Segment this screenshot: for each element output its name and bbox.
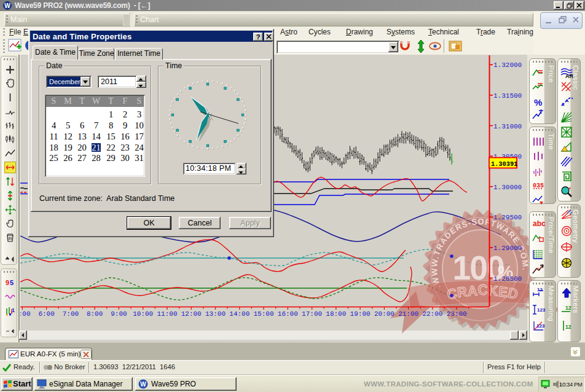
svg-text:10:00: 10:00	[133, 310, 153, 318]
svg-text:123: 123	[537, 307, 545, 313]
svg-text:6:00: 6:00	[38, 310, 54, 318]
svg-text:12: 12	[537, 287, 543, 292]
svg-text:21:00: 21:00	[398, 310, 418, 318]
svg-text:1.28500: 1.28500	[493, 275, 522, 283]
svg-text:1.29500: 1.29500	[493, 214, 522, 221]
svg-text:123: 123	[536, 323, 545, 329]
svg-text:16:00: 16:00	[278, 310, 298, 318]
svg-text:15:00: 15:00	[253, 310, 273, 318]
svg-text:1.32000: 1.32000	[493, 61, 522, 69]
svg-text:%: %	[534, 97, 542, 108]
svg-text:23:00: 23:00	[447, 310, 467, 318]
svg-text:22:00: 22:00	[422, 310, 442, 318]
svg-text:12:00: 12:00	[181, 310, 202, 318]
svg-text:13:00: 13:00	[205, 310, 226, 318]
svg-text:14:00: 14:00	[229, 310, 249, 318]
svg-text:17:00: 17:00	[302, 310, 322, 318]
svg-text:18:00: 18:00	[326, 310, 346, 318]
svg-text:5:00: 5:00	[14, 310, 30, 318]
svg-text:1.29000: 1.29000	[493, 245, 522, 252]
svg-text:1.30391: 1.30391	[491, 160, 517, 168]
svg-text:12: 12	[565, 305, 571, 311]
svg-text:7:00: 7:00	[63, 310, 79, 318]
svg-text:11:00: 11:00	[157, 310, 177, 318]
svg-text:20:00: 20:00	[374, 310, 395, 318]
svg-text:1.30000: 1.30000	[493, 184, 522, 191]
svg-text:abc: abc	[533, 219, 545, 228]
svg-text:AR: AR	[565, 73, 573, 79]
svg-text:1.31000: 1.31000	[493, 123, 522, 130]
svg-text:12: 12	[565, 324, 571, 330]
svg-text:1.31500: 1.31500	[493, 92, 522, 100]
svg-text:8:00: 8:00	[87, 310, 103, 318]
svg-text:9:00: 9:00	[111, 310, 127, 318]
svg-text:19:00: 19:00	[350, 310, 371, 318]
